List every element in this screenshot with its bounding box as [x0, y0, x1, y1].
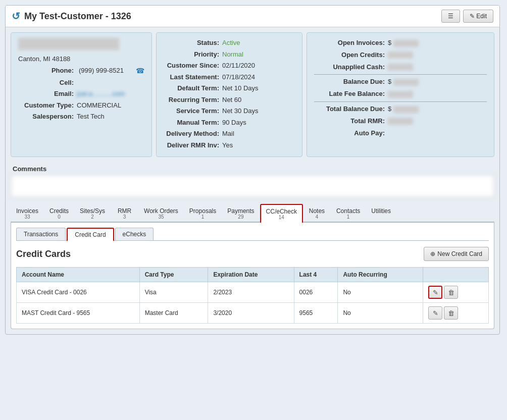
main-tab-credits[interactable]: Credits0 [44, 204, 74, 222]
edit-button[interactable]: ✎ Edit [463, 10, 493, 23]
default-term-label: Default Term: [164, 83, 219, 93]
main-tab-utilities[interactable]: Utilities [366, 204, 396, 222]
tab-label: CC/eCheck [266, 208, 297, 215]
main-tab-cc-echeck[interactable]: CC/eCheck14 [260, 204, 303, 223]
address-row: Canton, MI 48188 [18, 54, 144, 64]
table-header-cell: Auto Recurring [338, 268, 423, 282]
page-title: My Test-Customer - 1326 [24, 11, 131, 22]
table-cell: VISA Credit Card - 0026 [17, 282, 140, 303]
customer-since-row: Customer Since: 02/11/2020 [164, 61, 295, 71]
tab-label: Utilities [371, 207, 391, 215]
deliver-rmr-row: Deliver RMR Inv: Yes [164, 140, 295, 150]
cell-label: Cell: [18, 78, 74, 88]
auto-pay-row: Auto Pay: [314, 128, 487, 139]
table-cell: MAST Credit Card - 9565 [17, 303, 140, 324]
delete-button-row-1[interactable]: 🗑 [444, 306, 458, 320]
deliver-rmr-value: Yes [222, 140, 295, 150]
main-tab-sites-sys[interactable]: Sites/Sys2 [74, 204, 111, 222]
table-cell: 9565 [294, 303, 338, 324]
comments-input[interactable] [11, 175, 494, 197]
main-tab-invoices[interactable]: Invoices33 [11, 204, 44, 222]
email-value[interactable]: just.a...........com [77, 89, 144, 99]
email-label: Email: [18, 89, 74, 99]
default-term-value: Net 10 Days [222, 83, 295, 93]
tab-count: 0 [49, 215, 69, 220]
open-credits-row: Open Credits: [314, 50, 487, 61]
cell-row: Cell: [18, 78, 144, 88]
content-area: TransactionsCredit CardeChecks Credit Ca… [11, 223, 494, 329]
edit-button-row-0[interactable]: ✎ [428, 286, 442, 299]
auto-pay-value [388, 128, 487, 139]
main-tab-notes[interactable]: Notes4 [303, 204, 331, 222]
main-tabs: Invoices33Credits0Sites/Sys2RMR3Work Ord… [11, 204, 494, 223]
tab-label: Credits [49, 207, 69, 215]
sub-tab-transactions[interactable]: Transactions [16, 228, 66, 240]
late-fee-row: Late Fee Balance: [314, 89, 487, 99]
delete-button-row-0[interactable]: 🗑 [444, 286, 458, 299]
main-tabs-section: Invoices33Credits0Sites/Sys2RMR3Work Ord… [6, 204, 499, 223]
service-term-row: Service Term: Net 30 Days [164, 106, 295, 116]
table-header: Account NameCard TypeExpiration DateLast… [17, 268, 489, 282]
tab-label: Work Orders [144, 207, 178, 215]
salesperson-label: Salesperson: [18, 112, 74, 122]
status-info-card: Status: Active Priority: Normal Customer… [156, 32, 302, 157]
table-header-cell: Card Type [139, 268, 208, 282]
credit-cards-table: Account NameCard TypeExpiration DateLast… [16, 267, 489, 324]
section-header: Credit Cards ⊕ New Credit Card [16, 247, 489, 261]
tab-label: Contacts [336, 207, 360, 215]
table-cell: Master Card [139, 303, 208, 324]
section-title: Credit Cards [16, 249, 71, 259]
main-tab-contacts[interactable]: Contacts1 [331, 204, 366, 222]
recurring-term-row: Recurring Term: Net 60 [164, 95, 295, 105]
table-cell: No [338, 303, 423, 324]
table-header-cell: Last 4 [294, 268, 338, 282]
delivery-method-label: Delivery Method: [164, 129, 219, 139]
sub-tab-credit-card[interactable]: Credit Card [67, 228, 114, 241]
manual-term-value: 90 Days [222, 118, 295, 128]
balance-due-label: Balance Due: [314, 77, 385, 87]
total-rmr-row: Total RMR: [314, 116, 487, 127]
phone-icon[interactable]: ☎ [136, 66, 144, 76]
customer-info-card: Canton, MI 48188 Phone: (999) 999-8521 ☎… [11, 32, 152, 157]
tab-count: 2 [80, 215, 105, 220]
tab-count: 4 [309, 215, 325, 220]
table-row: MAST Credit Card - 9565Master Card3/2020… [17, 303, 489, 324]
open-credits-label: Open Credits: [314, 50, 385, 61]
edit-button-row-1[interactable]: ✎ [428, 306, 442, 320]
main-tab-proposals[interactable]: Proposals1 [184, 204, 222, 222]
service-term-value: Net 30 Days [222, 106, 295, 116]
tab-label: Proposals [189, 207, 216, 215]
tab-label: Invoices [16, 207, 38, 215]
actions-cell: ✎🗑 [423, 282, 489, 303]
total-balance-label: Total Balance Due: [314, 104, 385, 115]
main-tab-work-orders[interactable]: Work Orders35 [138, 204, 184, 222]
refresh-icon[interactable]: ↺ [12, 10, 20, 22]
main-tab-payments[interactable]: Payments29 [222, 204, 260, 222]
table-cell: 0026 [294, 282, 338, 303]
late-fee-value [388, 89, 487, 99]
total-rmr-label: Total RMR: [314, 116, 385, 127]
menu-button[interactable]: ☰ [441, 10, 460, 23]
tab-label: Notes [309, 207, 325, 215]
table-cell: 2/2023 [208, 282, 294, 303]
new-credit-card-button[interactable]: ⊕ New Credit Card [424, 247, 489, 261]
manual-term-row: Manual Term: 90 Days [164, 118, 295, 128]
sub-tab-echecks[interactable]: eChecks [115, 228, 154, 240]
open-invoices-label: Open Invoices: [314, 38, 385, 48]
new-cc-icon: ⊕ [430, 250, 435, 257]
tab-count: 14 [266, 215, 297, 220]
phone-label: Phone: [18, 66, 74, 76]
tab-count: 1 [189, 215, 216, 220]
total-balance-row: Total Balance Due: $ [314, 104, 487, 115]
unapplied-cash-row: Unapplied Cash: [314, 62, 487, 73]
main-tab-rmr[interactable]: RMR3 [111, 204, 138, 222]
page-header: ↺ My Test-Customer - 1326 ☰ ✎ Edit [6, 6, 499, 27]
open-credits-value [388, 50, 487, 61]
total-balance-value: $ [388, 104, 487, 115]
last-statement-row: Last Statement: 07/18/2024 [164, 72, 295, 82]
tab-count: 29 [227, 215, 254, 220]
balance-due-row: Balance Due: $ [314, 77, 487, 87]
tab-label: RMR [118, 207, 131, 215]
tab-count: 3 [116, 215, 133, 220]
default-term-row: Default Term: Net 10 Days [164, 83, 295, 93]
